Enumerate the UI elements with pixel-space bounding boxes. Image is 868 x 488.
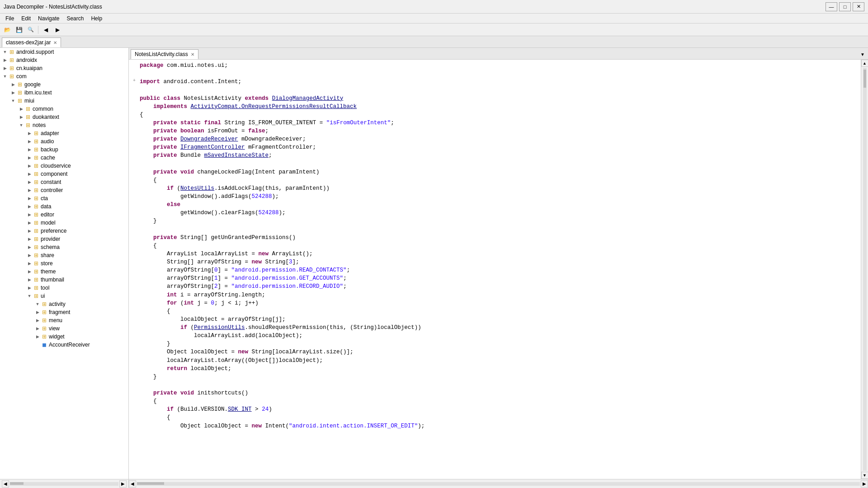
arrow-notes: ▼ [18,123,24,127]
tree-item-androidx[interactable]: ▶ ⊞ androidx [0,56,128,64]
tree-item-account-receiver[interactable]: ▶ ◼ AccountReceiver [0,341,128,349]
tree-item-backup[interactable]: ▶ ⊞ backup [0,145,128,154]
toolbar-back-button[interactable]: ◀ [40,25,51,35]
right-scrollbar[interactable]: ▲ ▼ [861,60,868,479]
toolbar-forward-button[interactable]: ▶ [52,25,63,35]
tree-item-com[interactable]: ▼ ⊞ com [0,72,128,80]
tree-item-constant[interactable]: ▶ ⊞ constant [0,178,128,186]
code-scroll-thumb[interactable] [137,482,164,485]
code-scroll-track[interactable] [137,482,860,486]
tree-item-ibm-icu-text[interactable]: ▶ ⊞ ibm.icu.text [0,89,128,97]
menu-navigate[interactable]: Navigate [34,14,63,23]
code-scroll-area[interactable]: package com.miui.notes.ui; + import andr… [129,60,861,479]
code-line-m2-l6: int i = arrayOfString.length; [129,291,861,299]
jar-tab[interactable]: classes-dex2jar.jar ✕ [2,38,61,47]
scroll-track[interactable] [863,68,867,471]
code-content-m2br: { [140,242,859,250]
tree-item-component[interactable]: ▶ ⊞ component [0,170,128,178]
class-tab-close[interactable]: ✕ [191,52,194,57]
code-scroll-right[interactable]: ▶ [861,480,868,488]
toolbar-search-button[interactable]: 🔍 [25,25,36,35]
tree-item-thumbnail[interactable]: ▶ ⊞ thumbnail [0,276,128,284]
tree-item-activity[interactable]: ▼ ⊞ activity [0,300,128,308]
pkg-icon-cn-kuaipan: ⊞ [8,65,15,72]
code-line-import: + import android.content.Intent; [129,78,861,86]
tree-item-view[interactable]: ▶ ⊞ view [0,324,128,333]
code-content-f2: private boolean isFromOut = false; [140,127,859,135]
tree-item-theme[interactable]: ▶ ⊞ theme [0,267,128,276]
toolbar-save-button[interactable]: 💾 [14,25,24,35]
scroll-thumb[interactable] [863,70,866,88]
tree-item-cloudservice[interactable]: ▶ ⊞ cloudservice [0,162,128,170]
tree-item-fragment[interactable]: ▶ ⊞ fragment [0,308,128,316]
tree-item-android-support[interactable]: ▼ ⊞ android.support [0,48,128,56]
close-button[interactable]: ✕ [853,2,864,11]
code-scroll-left[interactable]: ◀ [129,480,136,488]
jar-tab-close[interactable]: ✕ [53,40,57,45]
tree-item-controller[interactable]: ▶ ⊞ controller [0,186,128,194]
tab-dropdown-button[interactable]: ▼ [859,49,866,59]
arrow-provider: ▶ [26,237,33,241]
tree-item-schema[interactable]: ▶ ⊞ schema [0,243,128,251]
code-content-m3s: private void initshortcuts() [140,389,859,397]
arrow-constant: ▶ [26,180,33,184]
tree-item-preference[interactable]: ▶ ⊞ preference [0,227,128,235]
tree-scroll-right[interactable]: ▶ [119,480,127,488]
tree-item-adapter[interactable]: ▶ ⊞ adapter [0,129,128,137]
label-tool: tool [41,285,49,291]
code-line-method1-sig: private void changeLockedFlag(Intent par… [129,168,861,176]
pkg-icon-share: ⊞ [33,252,40,259]
tree-item-tool[interactable]: ▶ ⊞ tool [0,284,128,292]
tree-horizontal-scroll[interactable]: ◀ ▶ [0,479,129,488]
tree-scroll-left[interactable]: ◀ [2,480,9,488]
tree-item-share[interactable]: ▶ ⊞ share [0,251,128,259]
menu-help[interactable]: Help [87,14,106,23]
code-content-f3: private DowngradeReceiver mDowngradeRece… [140,135,859,143]
tree-item-cache[interactable]: ▶ ⊞ cache [0,154,128,162]
tree-item-common[interactable]: ▶ ⊞ common [0,105,128,113]
arrow-duokantext: ▶ [18,115,24,119]
tree-item-editor[interactable]: ▶ ⊞ editor [0,211,128,219]
toolbar-open-button[interactable]: 📂 [2,25,13,35]
tree-item-ui[interactable]: ▼ ⊞ ui [0,292,128,300]
tree-item-data[interactable]: ▶ ⊞ data [0,202,128,211]
tree-scroll-track[interactable] [10,482,118,486]
menu-edit[interactable]: Edit [18,14,34,23]
tree-item-menu[interactable]: ▶ ⊞ menu [0,316,128,324]
minimize-button[interactable]: — [826,2,837,11]
tree-item-cn-kuaipan[interactable]: ▶ ⊞ cn.kuaipan [0,64,128,72]
code-line-m2-l3: arrayOfString[0] = "android.permission.R… [129,266,861,274]
tree-item-cta[interactable]: ▶ ⊞ cta [0,194,128,202]
tree-item-model[interactable]: ▶ ⊞ model [0,219,128,227]
code-horizontal-scroll[interactable]: ◀ ▶ [129,479,868,488]
menu-search[interactable]: Search [63,14,87,23]
tree-scroll-thumb[interactable] [10,482,24,485]
scroll-up-button[interactable]: ▲ [861,60,868,67]
label-menu: menu [49,317,62,324]
tree-item-audio[interactable]: ▶ ⊞ audio [0,137,128,145]
label-fragment: fragment [49,309,70,315]
class-tab-label: NotesListActivity.class [135,51,188,57]
class-tab[interactable]: NotesListActivity.class ✕ [131,49,198,59]
arrow-thumbnail: ▶ [26,277,33,282]
code-line-field4: private IFragmentController mFragmentCon… [129,143,861,151]
import-expand-button[interactable]: + [133,78,136,83]
tree-item-duokantext[interactable]: ▶ ⊞ duokantext [0,113,128,121]
arrow-store: ▶ [26,261,33,266]
code-content-m3br: { [140,397,859,405]
tree-item-google[interactable]: ▶ ⊞ google [0,80,128,89]
tree-item-provider[interactable]: ▶ ⊞ provider [0,235,128,243]
tree-item-miui[interactable]: ▼ ⊞ miui [0,97,128,105]
tree-scroll[interactable]: ▼ ⊞ android.support ▶ ⊞ androidx ▶ ⊞ cn.… [0,48,128,479]
code-content-m2fc: } [140,340,859,348]
tree-item-store[interactable]: ▶ ⊞ store [0,259,128,267]
scroll-down-button[interactable]: ▼ [861,472,868,479]
tree-item-notes[interactable]: ▼ ⊞ notes [0,121,128,129]
arrow-theme: ▶ [26,269,33,274]
maximize-button[interactable]: □ [839,2,851,11]
pkg-icon-androidx: ⊞ [8,56,15,64]
menu-file[interactable]: File [2,14,18,23]
code-content-m1b: { [140,176,859,184]
tree-item-widget[interactable]: ▶ ⊞ widget [0,333,128,341]
code-content-m3ob: { [140,413,859,422]
